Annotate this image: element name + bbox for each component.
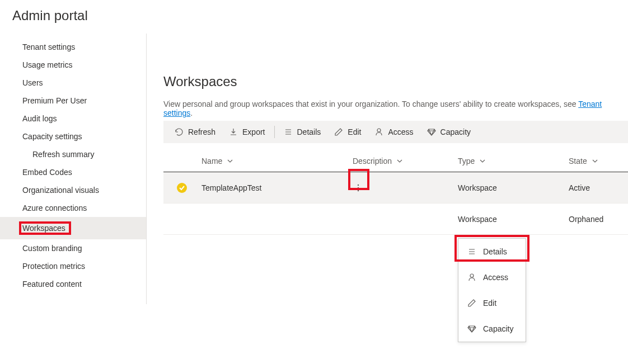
refresh-icon — [175, 127, 184, 136]
chevron-down-icon — [592, 158, 598, 164]
sidebar-item-label: Custom branding — [22, 244, 82, 253]
context-access[interactable]: Access — [458, 264, 526, 290]
context-menu: Details Access Edit Capacity — [458, 238, 526, 342]
cell-type: Workspace — [458, 215, 569, 224]
sidebar-item-label: Refresh summary — [32, 150, 94, 159]
person-icon — [374, 127, 383, 136]
person-icon — [467, 273, 476, 282]
sidebar-item-featured-content[interactable]: Featured content — [0, 275, 146, 293]
chevron-down-icon — [227, 158, 233, 164]
subtitle: View personal and group workspaces that … — [163, 100, 628, 117]
sidebar-item-users[interactable]: Users — [0, 74, 146, 92]
sidebar-item-azure-connections[interactable]: Azure connections — [0, 199, 146, 217]
access-button[interactable]: Access — [368, 121, 420, 143]
sidebar: Tenant settings Usage metrics Users Prem… — [0, 34, 147, 304]
context-access-label: Access — [483, 273, 508, 282]
download-icon — [229, 127, 238, 136]
main-content: Workspaces View personal and group works… — [147, 34, 628, 304]
access-label: Access — [388, 127, 413, 136]
sidebar-item-tenant-settings[interactable]: Tenant settings — [0, 38, 146, 56]
page-title: Admin portal — [0, 0, 628, 23]
list-icon — [284, 127, 293, 136]
export-button[interactable]: Export — [222, 121, 271, 143]
context-capacity-label: Capacity — [483, 324, 513, 333]
sidebar-item-label: Premium Per User — [22, 96, 87, 105]
sidebar-item-protection-metrics[interactable]: Protection metrics — [0, 257, 146, 275]
column-type-label: Type — [458, 157, 475, 166]
check-circle-icon — [177, 183, 187, 193]
sidebar-item-custom-branding[interactable]: Custom branding — [0, 239, 146, 257]
column-state-label: State — [569, 157, 587, 166]
context-details-label: Details — [483, 247, 507, 256]
capacity-label: Capacity — [440, 127, 471, 136]
subtitle-prefix: View personal and group workspaces that … — [163, 100, 578, 108]
details-label: Details — [297, 127, 321, 136]
sidebar-item-label: Featured content — [22, 280, 82, 289]
sidebar-item-label: Users — [22, 78, 43, 87]
cell-state: Active — [569, 183, 628, 192]
column-state[interactable]: State — [569, 157, 628, 166]
context-capacity[interactable]: Capacity — [458, 316, 526, 342]
subtitle-suffix: . — [190, 108, 193, 117]
table-row[interactable]: TemplateAppTest Workspace Active — [163, 172, 628, 204]
capacity-button[interactable]: Capacity — [420, 121, 477, 143]
list-icon — [467, 247, 476, 256]
table-header: Name Description Type State — [163, 150, 628, 172]
sidebar-item-label: Azure connections — [22, 204, 87, 212]
details-button[interactable]: Details — [277, 121, 328, 143]
sidebar-item-refresh-summary[interactable]: Refresh summary — [0, 145, 146, 163]
workspace-table: Name Description Type State — [163, 150, 628, 235]
diamond-icon — [467, 324, 476, 333]
column-name[interactable]: Name — [201, 157, 353, 166]
context-edit-label: Edit — [483, 299, 496, 308]
svg-point-2 — [358, 187, 359, 188]
chevron-down-icon — [396, 158, 403, 164]
edit-label: Edit — [348, 127, 361, 136]
separator — [274, 126, 275, 138]
svg-point-4 — [470, 274, 474, 277]
cell-type: Workspace — [458, 183, 569, 192]
sidebar-item-embed-codes[interactable]: Embed Codes — [0, 163, 146, 181]
sidebar-item-label: Capacity settings — [22, 132, 82, 141]
export-label: Export — [242, 127, 265, 136]
cell-name: TemplateAppTest — [201, 183, 353, 192]
sidebar-item-label: Usage metrics — [22, 60, 72, 69]
sidebar-item-premium-per-user[interactable]: Premium Per User — [0, 92, 146, 110]
more-options-button[interactable] — [350, 180, 366, 196]
svg-point-0 — [377, 129, 381, 132]
pencil-icon — [334, 127, 343, 136]
table-row[interactable]: Workspace Orphaned — [163, 204, 628, 235]
refresh-button[interactable]: Refresh — [168, 121, 222, 143]
column-name-label: Name — [201, 157, 222, 166]
edit-button[interactable]: Edit — [327, 121, 368, 143]
more-vertical-icon — [354, 183, 363, 192]
context-edit[interactable]: Edit — [458, 290, 526, 316]
sidebar-item-label: Tenant settings — [22, 42, 75, 51]
toolbar: Refresh Export Details Edit — [163, 121, 628, 143]
context-details[interactable]: Details — [458, 239, 526, 264]
sidebar-item-label: Protection metrics — [22, 262, 85, 271]
chevron-down-icon — [479, 158, 486, 164]
sidebar-item-capacity-settings[interactable]: Capacity settings — [0, 127, 146, 145]
svg-point-3 — [358, 190, 359, 191]
diamond-icon — [427, 127, 436, 136]
main-title: Workspaces — [163, 74, 628, 89]
column-description[interactable]: Description — [353, 157, 458, 166]
sidebar-item-organizational-visuals[interactable]: Organizational visuals — [0, 181, 146, 199]
sidebar-item-usage-metrics[interactable]: Usage metrics — [0, 56, 146, 74]
column-type[interactable]: Type — [458, 157, 569, 166]
refresh-label: Refresh — [188, 127, 215, 136]
column-description-label: Description — [353, 157, 392, 166]
pencil-icon — [467, 299, 476, 308]
sidebar-item-label: Organizational visuals — [22, 186, 99, 195]
sidebar-item-label: Embed Codes — [22, 168, 72, 177]
cell-state: Orphaned — [569, 215, 628, 224]
sidebar-item-workspaces[interactable]: Workspaces — [0, 217, 146, 239]
svg-point-1 — [358, 184, 359, 185]
sidebar-item-label: Audit logs — [22, 114, 57, 123]
sidebar-item-audit-logs[interactable]: Audit logs — [0, 110, 146, 127]
sidebar-item-label: Workspaces — [22, 224, 65, 233]
